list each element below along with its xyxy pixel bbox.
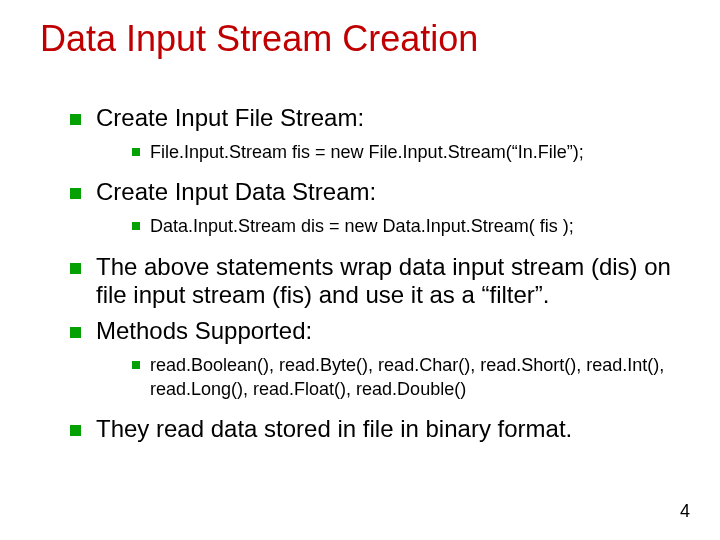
sub-bullet-item: File.Input.Stream fis = new File.Input.S… [132,140,680,164]
sub-bullet-item: Data.Input.Stream dis = new Data.Input.S… [132,214,680,238]
bullet-item: Create Input Data Stream: Data.Input.Str… [70,178,680,238]
bullet-item: They read data stored in file in binary … [70,415,680,443]
sub-list: File.Input.Stream fis = new File.Input.S… [132,140,680,164]
bullet-text: Methods Supported: [96,317,312,344]
sub-list: read.Boolean(), read.Byte(), read.Char()… [132,353,680,402]
sub-bullet-item: read.Boolean(), read.Byte(), read.Char()… [132,353,680,402]
slide: Data Input Stream Creation Create Input … [0,0,720,540]
slide-title: Data Input Stream Creation [40,18,680,60]
bullet-text: Create Input File Stream: [96,104,364,131]
sub-list: Data.Input.Stream dis = new Data.Input.S… [132,214,680,238]
page-number: 4 [680,501,690,522]
bullet-list: Create Input File Stream: File.Input.Str… [70,104,680,443]
bullet-text: They read data stored in file in binary … [96,415,572,442]
bullet-text: The above statements wrap data input str… [96,253,671,308]
bullet-text: Create Input Data Stream: [96,178,376,205]
bullet-item: Create Input File Stream: File.Input.Str… [70,104,680,164]
bullet-item: The above statements wrap data input str… [70,253,680,309]
bullet-item: Methods Supported: read.Boolean(), read.… [70,317,680,402]
